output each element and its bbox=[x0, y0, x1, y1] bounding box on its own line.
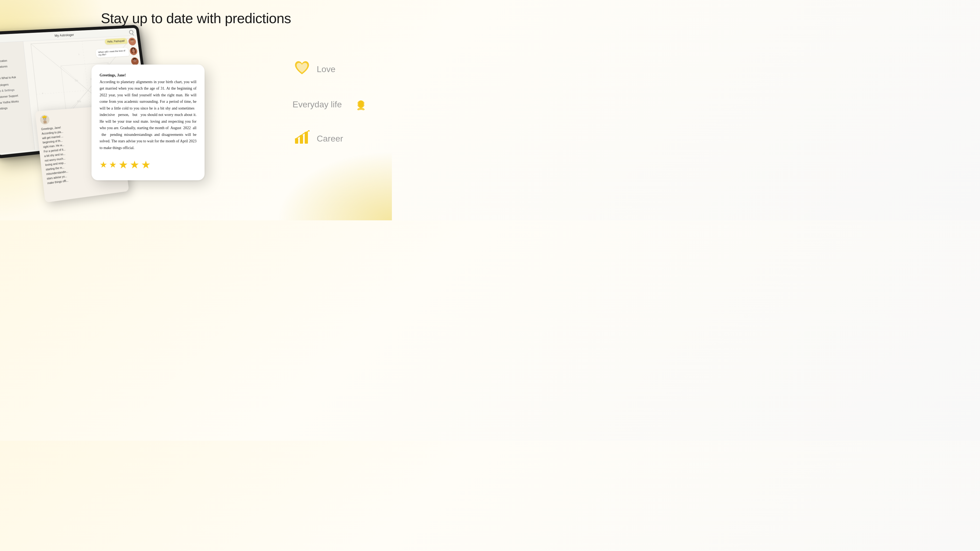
features-panel: Love Everyday life bbox=[293, 59, 371, 148]
bottom-right-background bbox=[257, 140, 392, 220]
svg-text:Su: Su bbox=[75, 79, 78, 82]
everyday-label: Everyday life bbox=[293, 100, 342, 110]
prediction-body: According to planetary alignments in you… bbox=[100, 80, 196, 150]
chat-bubble-hello: Hello, Pashupati! bbox=[105, 38, 127, 44]
svg-rect-50 bbox=[300, 135, 303, 144]
page-heading: Stay up to date with predictions bbox=[0, 0, 392, 26]
svg-line-1 bbox=[31, 41, 88, 94]
svg-text:₄: ₄ bbox=[42, 91, 43, 95]
prediction-text: Greetings, Jane! According to planetary … bbox=[100, 72, 196, 151]
svg-text:₁: ₁ bbox=[78, 52, 80, 56]
svg-line-6 bbox=[61, 64, 88, 92]
prediction-card: Greetings, Jane! According to planetary … bbox=[92, 65, 205, 180]
svg-rect-40 bbox=[43, 121, 47, 124]
rating-stars: ★ ★ ★ ★ ★ bbox=[100, 156, 196, 174]
love-icon bbox=[293, 59, 312, 79]
love-label: Love bbox=[317, 64, 336, 74]
feature-everyday: Everyday life bbox=[293, 95, 371, 114]
star-2: ★ bbox=[109, 157, 117, 172]
chat-bubble-question: When will I meet the love of my life? bbox=[95, 48, 129, 58]
star-4: ★ bbox=[130, 156, 139, 174]
prediction-greeting: Greetings, Jane! bbox=[100, 73, 126, 77]
chat-row-2: When will I meet the love of my life? bbox=[89, 47, 138, 58]
lotus-icon bbox=[352, 95, 371, 114]
star-3: ★ bbox=[118, 156, 128, 174]
star-5: ★ bbox=[141, 156, 151, 174]
star-1: ★ bbox=[100, 157, 107, 172]
feature-love: Love bbox=[293, 59, 371, 79]
chat-row-1: Hello, Pashupati! bbox=[88, 37, 137, 48]
astrologer-avatar-preview bbox=[40, 114, 50, 125]
career-barchart-icon bbox=[293, 130, 312, 148]
search-icon[interactable] bbox=[129, 30, 134, 35]
app-title: My Astrologer bbox=[54, 33, 74, 37]
svg-text:Ma: Ma bbox=[77, 100, 81, 103]
svg-rect-51 bbox=[305, 132, 308, 144]
career-label: Career bbox=[317, 134, 343, 144]
feature-career: Career bbox=[293, 130, 371, 148]
